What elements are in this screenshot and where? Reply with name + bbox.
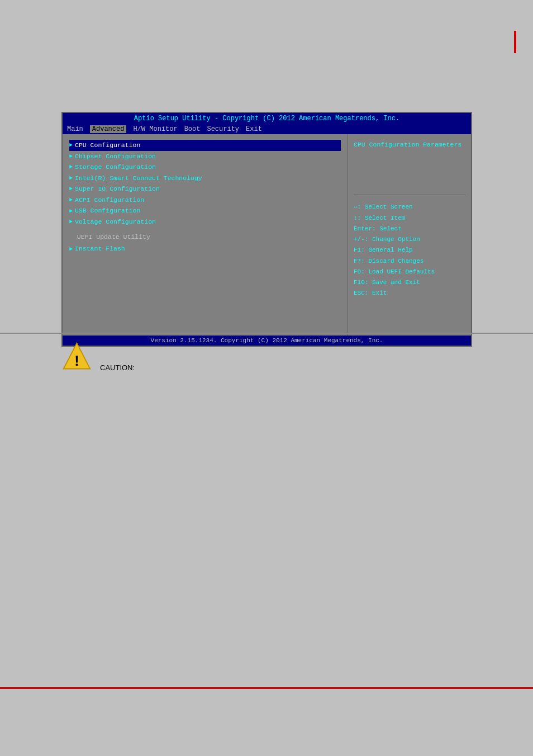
caution-icon: ! xyxy=(61,341,92,372)
bios-help-section: ↔: Select Screen ↕: Select Item Enter: S… xyxy=(354,202,465,299)
menu-item-label: USB Configuration xyxy=(75,205,140,216)
bios-title-bar: Aptio Setup Utility - Copyright (C) 2012… xyxy=(63,113,471,124)
arrow-icon: ► xyxy=(69,173,73,183)
arrow-icon: ► xyxy=(69,162,73,172)
menu-item-boot[interactable]: Boot xyxy=(184,125,201,133)
arrow-icon: ► xyxy=(69,244,73,254)
menu-item-label: CPU Configuration xyxy=(75,140,140,151)
help-change-option: +/-: Change Option xyxy=(354,234,465,245)
arrow-icon: ► xyxy=(69,140,73,150)
menu-item-usb-config[interactable]: ► USB Configuration xyxy=(69,205,341,216)
bios-version: Version 2.15.1234. Copyright (C) 2012 Am… xyxy=(151,337,383,344)
menu-item-label: Intel(R) Smart Connect Technology xyxy=(75,173,202,184)
bios-content: ► CPU Configuration ► Chipset Configurat… xyxy=(63,134,471,336)
bios-description: CPU Configuration Parameters xyxy=(354,140,465,195)
arrow-icon: ► xyxy=(69,217,73,226)
bios-title: Aptio Setup Utility - Copyright (C) 2012… xyxy=(134,115,399,122)
caution-section: ! CAUTION: xyxy=(61,336,135,377)
help-general-help: F1: General Help xyxy=(354,245,465,256)
help-esc-exit: ESC: Exit xyxy=(354,288,465,299)
bios-menu-bar: Main Advanced H/W Monitor Boot Security … xyxy=(63,124,471,134)
menu-item-label: Instant Flash xyxy=(75,243,125,254)
help-save-exit: F10: Save and Exit xyxy=(354,277,465,288)
menu-item-cpu-config[interactable]: ► CPU Configuration xyxy=(69,140,341,151)
menu-item-voltage-config[interactable]: ► Voltage Configuration xyxy=(69,216,341,228)
menu-item-instant-flash[interactable]: ► Instant Flash xyxy=(69,243,341,254)
help-load-defaults: F9: Load UEFI Defaults xyxy=(354,267,465,277)
arrow-icon: ► xyxy=(69,184,73,193)
menu-item-label: Chipset Configuration xyxy=(75,151,156,162)
help-select-item: ↕: Select Item xyxy=(354,213,465,224)
menu-item-advanced[interactable]: Advanced xyxy=(90,125,127,133)
menu-item-hwmonitor[interactable]: H/W Monitor xyxy=(133,125,177,133)
menu-item-main[interactable]: Main xyxy=(67,125,83,133)
help-discard-changes: F7: Discard Changes xyxy=(354,256,465,267)
menu-item-storage-config[interactable]: ► Storage Configuration xyxy=(69,162,341,173)
help-select-screen: ↔: Select Screen xyxy=(354,202,465,212)
menu-item-label: Voltage Configuration xyxy=(75,216,156,228)
bios-right-panel: CPU Configuration Parameters ↔: Select S… xyxy=(348,134,471,336)
menu-item-label: Storage Configuration xyxy=(75,162,156,173)
arrow-icon: ► xyxy=(69,152,73,161)
divider-line-top xyxy=(0,333,533,334)
menu-item-chipset-config[interactable]: ► Chipset Configuration xyxy=(69,151,341,162)
menu-item-intel-smart[interactable]: ► Intel(R) Smart Connect Technology xyxy=(69,173,341,184)
caution-label: CAUTION: xyxy=(100,363,135,372)
menu-item-exit[interactable]: Exit xyxy=(246,125,262,133)
help-enter-select: Enter: Select xyxy=(354,224,465,234)
menu-item-super-io[interactable]: ► Super IO Configuration xyxy=(69,183,341,195)
top-accent-bar xyxy=(514,31,516,53)
svg-text:!: ! xyxy=(74,353,79,368)
menu-item-acpi-config[interactable]: ► ACPI Configuration xyxy=(69,195,341,206)
menu-item-security[interactable]: Security xyxy=(207,125,239,133)
bottom-red-line xyxy=(0,687,533,689)
bios-left-panel: ► CPU Configuration ► Chipset Configurat… xyxy=(63,134,348,336)
bios-screen: Aptio Setup Utility - Copyright (C) 2012… xyxy=(61,112,472,347)
menu-item-label: Super IO Configuration xyxy=(75,183,160,195)
arrow-icon: ► xyxy=(69,195,73,205)
arrow-icon: ► xyxy=(69,206,73,216)
uefi-update-label: UEFI Update Utility xyxy=(69,230,341,243)
menu-item-label: ACPI Configuration xyxy=(75,195,144,206)
